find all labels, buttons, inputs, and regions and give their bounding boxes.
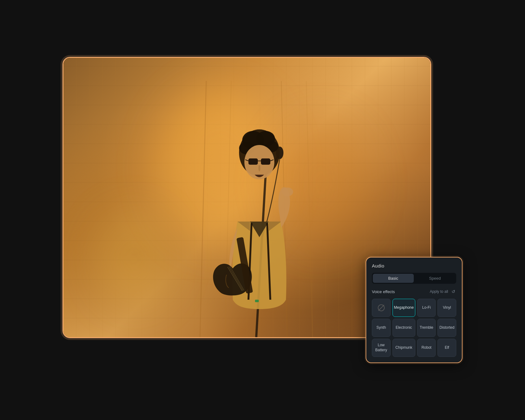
effect-none[interactable] [372,299,391,317]
panel-title: Audio [372,263,456,268]
effect-distorted[interactable]: Distorted [438,319,456,337]
voice-effects-label: Voice effects [372,289,395,294]
tab-speed[interactable]: Speed [415,274,456,283]
effect-tremble[interactable]: Tremble [417,319,436,337]
main-scene: Audio Basic Speed Voice effects Apply to… [62,57,462,363]
audio-panel: Audio Basic Speed Voice effects Apply to… [366,257,462,363]
effect-electronic[interactable]: Electronic [392,319,415,337]
tab-row: Basic Speed [372,273,456,284]
effect-low-battery[interactable]: Low Battery [372,339,391,357]
svg-rect-15 [261,158,270,165]
apply-all-text[interactable]: Apply to all [430,289,448,294]
effect-vinyl[interactable]: Vinyl [438,299,456,317]
svg-line-4 [306,81,312,337]
reset-icon[interactable]: ↺ [451,289,456,294]
svg-rect-24 [255,300,259,302]
svg-line-2 [225,81,231,337]
apply-all-row: Apply to all ↺ [430,289,456,294]
voice-effects-header: Voice effects Apply to all ↺ [372,289,456,294]
effect-elf[interactable]: Elf [438,339,456,357]
svg-point-19 [282,188,293,196]
effect-synth[interactable]: Synth [372,319,391,337]
singer-figure [181,81,338,337]
effect-robot[interactable]: Robot [417,339,436,357]
effect-megaphone[interactable]: Megaphone [392,299,415,317]
effects-grid: Megaphone Lo-Fi Vinyl Synth Electronic T… [372,299,456,357]
effect-chipmunk[interactable]: Chipmunk [392,339,415,357]
tab-basic[interactable]: Basic [373,274,414,283]
no-effect-icon [378,304,385,311]
effect-lofi[interactable]: Lo-Fi [417,299,436,317]
svg-rect-14 [248,158,258,165]
svg-line-1 [200,81,206,337]
